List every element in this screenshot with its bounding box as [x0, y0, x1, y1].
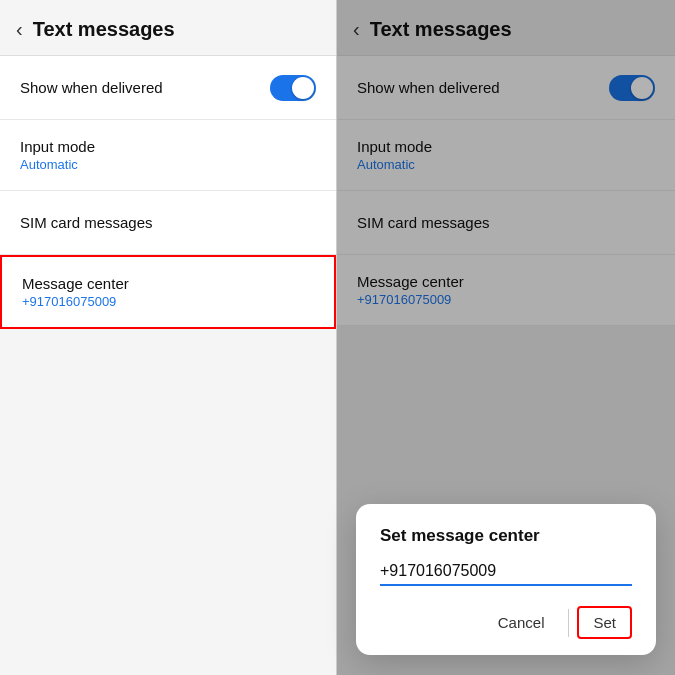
set-message-center-dialog: Set message center Cancel Set [356, 504, 656, 655]
left-sim-card-item[interactable]: SIM card messages [0, 191, 336, 255]
left-show-when-delivered-toggle[interactable] [270, 75, 316, 101]
left-back-button[interactable]: ‹ [16, 18, 23, 41]
left-message-center-title: Message center [22, 275, 129, 292]
left-message-center-subtitle: +917016075009 [22, 294, 116, 309]
dialog-button-divider [568, 609, 569, 637]
dialog-phone-input[interactable] [380, 562, 632, 580]
left-show-when-delivered-label-group: Show when delivered [20, 79, 163, 96]
left-message-center-item[interactable]: Message center +917016075009 [0, 255, 336, 329]
dialog-cancel-button[interactable]: Cancel [482, 606, 561, 639]
dialog-title: Set message center [380, 526, 632, 546]
left-header: ‹ Text messages [0, 0, 336, 56]
dialog-input-container [380, 562, 632, 586]
left-sim-card-label-group: SIM card messages [20, 214, 153, 231]
left-show-when-delivered-item[interactable]: Show when delivered [0, 56, 336, 120]
right-panel: ‹ Text messages Show when delivered Inpu… [337, 0, 675, 675]
left-panel: ‹ Text messages Show when delivered Inpu… [0, 0, 337, 675]
left-input-mode-title: Input mode [20, 138, 95, 155]
left-input-mode-item[interactable]: Input mode Automatic [0, 120, 336, 191]
dialog-buttons: Cancel Set [380, 606, 632, 639]
left-input-mode-subtitle: Automatic [20, 157, 78, 172]
dialog-overlay: Set message center Cancel Set [337, 0, 675, 675]
left-page-title: Text messages [33, 18, 175, 41]
left-settings-list: Show when delivered Input mode Automatic… [0, 56, 336, 675]
left-sim-card-title: SIM card messages [20, 214, 153, 231]
dialog-set-button[interactable]: Set [577, 606, 632, 639]
left-show-when-delivered-title: Show when delivered [20, 79, 163, 96]
